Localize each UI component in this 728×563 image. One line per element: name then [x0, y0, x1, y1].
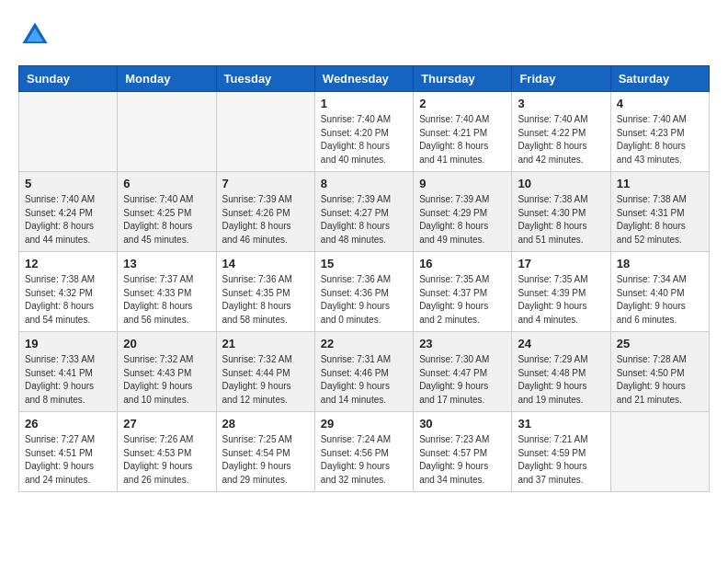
day-cell: 21Sunrise: 7:32 AM Sunset: 4:44 PM Dayli… [216, 332, 314, 412]
day-cell: 16Sunrise: 7:35 AM Sunset: 4:37 PM Dayli… [414, 252, 512, 332]
day-number: 2 [419, 97, 506, 110]
day-number: 13 [123, 257, 210, 270]
day-info: Sunrise: 7:31 AM Sunset: 4:46 PM Dayligh… [321, 353, 407, 407]
week-row-1: 1Sunrise: 7:40 AM Sunset: 4:20 PM Daylig… [19, 92, 710, 172]
day-number: 11 [617, 177, 703, 190]
header-wednesday: Wednesday [314, 66, 413, 92]
day-cell: 15Sunrise: 7:36 AM Sunset: 4:36 PM Dayli… [314, 252, 413, 332]
day-cell: 17Sunrise: 7:35 AM Sunset: 4:39 PM Dayli… [512, 252, 610, 332]
day-number: 8 [321, 177, 407, 190]
day-number: 16 [419, 257, 506, 270]
day-number: 21 [222, 337, 309, 350]
day-info: Sunrise: 7:28 AM Sunset: 4:50 PM Dayligh… [617, 353, 703, 407]
header-sunday: Sunday [19, 66, 118, 92]
day-number: 31 [518, 417, 604, 431]
day-info: Sunrise: 7:39 AM Sunset: 4:27 PM Dayligh… [321, 193, 407, 247]
day-cell: 14Sunrise: 7:36 AM Sunset: 4:35 PM Dayli… [216, 252, 314, 332]
day-cell: 3Sunrise: 7:40 AM Sunset: 4:22 PM Daylig… [512, 92, 610, 172]
day-number: 9 [419, 177, 506, 190]
day-info: Sunrise: 7:23 AM Sunset: 4:57 PM Dayligh… [419, 433, 506, 487]
day-cell: 13Sunrise: 7:37 AM Sunset: 4:33 PM Dayli… [118, 252, 216, 332]
day-info: Sunrise: 7:40 AM Sunset: 4:22 PM Dayligh… [518, 113, 604, 167]
day-number: 23 [419, 337, 506, 350]
day-cell: 8Sunrise: 7:39 AM Sunset: 4:27 PM Daylig… [314, 172, 413, 252]
day-cell: 5Sunrise: 7:40 AM Sunset: 4:24 PM Daylig… [19, 172, 118, 252]
day-cell [118, 92, 216, 172]
day-info: Sunrise: 7:39 AM Sunset: 4:29 PM Dayligh… [419, 193, 506, 247]
day-number: 6 [123, 177, 210, 190]
logo [18, 18, 57, 52]
day-info: Sunrise: 7:30 AM Sunset: 4:47 PM Dayligh… [419, 353, 506, 407]
day-info: Sunrise: 7:25 AM Sunset: 4:54 PM Dayligh… [222, 433, 309, 487]
day-info: Sunrise: 7:40 AM Sunset: 4:23 PM Dayligh… [617, 113, 703, 167]
day-number: 25 [617, 337, 703, 350]
day-info: Sunrise: 7:27 AM Sunset: 4:51 PM Dayligh… [25, 433, 111, 487]
day-info: Sunrise: 7:38 AM Sunset: 4:30 PM Dayligh… [518, 193, 604, 247]
day-cell: 10Sunrise: 7:38 AM Sunset: 4:30 PM Dayli… [512, 172, 610, 252]
day-number: 29 [321, 417, 407, 431]
week-row-3: 12Sunrise: 7:38 AM Sunset: 4:32 PM Dayli… [19, 252, 710, 332]
day-cell: 20Sunrise: 7:32 AM Sunset: 4:43 PM Dayli… [118, 332, 216, 412]
day-info: Sunrise: 7:32 AM Sunset: 4:43 PM Dayligh… [123, 353, 210, 407]
day-number: 14 [222, 257, 309, 270]
logo-icon [18, 18, 51, 52]
day-info: Sunrise: 7:32 AM Sunset: 4:44 PM Dayligh… [222, 353, 309, 407]
day-number: 10 [518, 177, 604, 190]
day-number: 15 [321, 257, 407, 270]
day-number: 12 [25, 257, 111, 270]
day-info: Sunrise: 7:39 AM Sunset: 4:26 PM Dayligh… [222, 193, 309, 247]
day-number: 19 [25, 337, 111, 350]
day-cell: 23Sunrise: 7:30 AM Sunset: 4:47 PM Dayli… [414, 332, 512, 412]
header-row: SundayMondayTuesdayWednesdayThursdayFrid… [19, 66, 710, 92]
day-cell [19, 92, 118, 172]
header-friday: Friday [512, 66, 610, 92]
day-cell: 12Sunrise: 7:38 AM Sunset: 4:32 PM Dayli… [19, 252, 118, 332]
day-cell: 28Sunrise: 7:25 AM Sunset: 4:54 PM Dayli… [216, 412, 314, 492]
day-info: Sunrise: 7:38 AM Sunset: 4:32 PM Dayligh… [25, 273, 111, 327]
week-row-5: 26Sunrise: 7:27 AM Sunset: 4:51 PM Dayli… [19, 412, 710, 492]
day-info: Sunrise: 7:26 AM Sunset: 4:53 PM Dayligh… [123, 433, 210, 487]
day-number: 24 [518, 337, 604, 350]
header-thursday: Thursday [414, 66, 512, 92]
day-info: Sunrise: 7:35 AM Sunset: 4:37 PM Dayligh… [419, 273, 506, 327]
day-info: Sunrise: 7:40 AM Sunset: 4:25 PM Dayligh… [123, 193, 210, 247]
header-monday: Monday [118, 66, 216, 92]
day-info: Sunrise: 7:37 AM Sunset: 4:33 PM Dayligh… [123, 273, 210, 327]
day-info: Sunrise: 7:40 AM Sunset: 4:21 PM Dayligh… [419, 113, 506, 167]
week-row-4: 19Sunrise: 7:33 AM Sunset: 4:41 PM Dayli… [19, 332, 710, 412]
day-info: Sunrise: 7:40 AM Sunset: 4:20 PM Dayligh… [321, 113, 407, 167]
day-cell [216, 92, 314, 172]
day-cell: 25Sunrise: 7:28 AM Sunset: 4:50 PM Dayli… [610, 332, 709, 412]
day-number: 17 [518, 257, 604, 270]
day-info: Sunrise: 7:36 AM Sunset: 4:36 PM Dayligh… [321, 273, 407, 327]
day-number: 18 [617, 257, 703, 270]
day-cell: 9Sunrise: 7:39 AM Sunset: 4:29 PM Daylig… [414, 172, 512, 252]
day-cell: 4Sunrise: 7:40 AM Sunset: 4:23 PM Daylig… [610, 92, 709, 172]
day-info: Sunrise: 7:29 AM Sunset: 4:48 PM Dayligh… [518, 353, 604, 407]
week-row-2: 5Sunrise: 7:40 AM Sunset: 4:24 PM Daylig… [19, 172, 710, 252]
day-number: 3 [518, 97, 604, 110]
day-cell: 6Sunrise: 7:40 AM Sunset: 4:25 PM Daylig… [118, 172, 216, 252]
day-number: 28 [222, 417, 309, 431]
day-cell: 31Sunrise: 7:21 AM Sunset: 4:59 PM Dayli… [512, 412, 610, 492]
day-info: Sunrise: 7:38 AM Sunset: 4:31 PM Dayligh… [617, 193, 703, 247]
day-cell: 19Sunrise: 7:33 AM Sunset: 4:41 PM Dayli… [19, 332, 118, 412]
day-number: 4 [617, 97, 703, 110]
header-tuesday: Tuesday [216, 66, 314, 92]
day-cell: 7Sunrise: 7:39 AM Sunset: 4:26 PM Daylig… [216, 172, 314, 252]
day-number: 30 [419, 417, 506, 431]
day-info: Sunrise: 7:33 AM Sunset: 4:41 PM Dayligh… [25, 353, 111, 407]
day-info: Sunrise: 7:24 AM Sunset: 4:56 PM Dayligh… [321, 433, 407, 487]
day-number: 22 [321, 337, 407, 350]
day-cell: 22Sunrise: 7:31 AM Sunset: 4:46 PM Dayli… [314, 332, 413, 412]
day-cell [610, 412, 709, 492]
day-info: Sunrise: 7:21 AM Sunset: 4:59 PM Dayligh… [518, 433, 604, 487]
header-saturday: Saturday [610, 66, 709, 92]
day-cell: 27Sunrise: 7:26 AM Sunset: 4:53 PM Dayli… [118, 412, 216, 492]
day-info: Sunrise: 7:34 AM Sunset: 4:40 PM Dayligh… [617, 273, 703, 327]
calendar: SundayMondayTuesdayWednesdayThursdayFrid… [18, 65, 710, 492]
day-number: 5 [25, 177, 111, 190]
day-number: 26 [25, 417, 111, 431]
day-cell: 24Sunrise: 7:29 AM Sunset: 4:48 PM Dayli… [512, 332, 610, 412]
day-info: Sunrise: 7:36 AM Sunset: 4:35 PM Dayligh… [222, 273, 309, 327]
